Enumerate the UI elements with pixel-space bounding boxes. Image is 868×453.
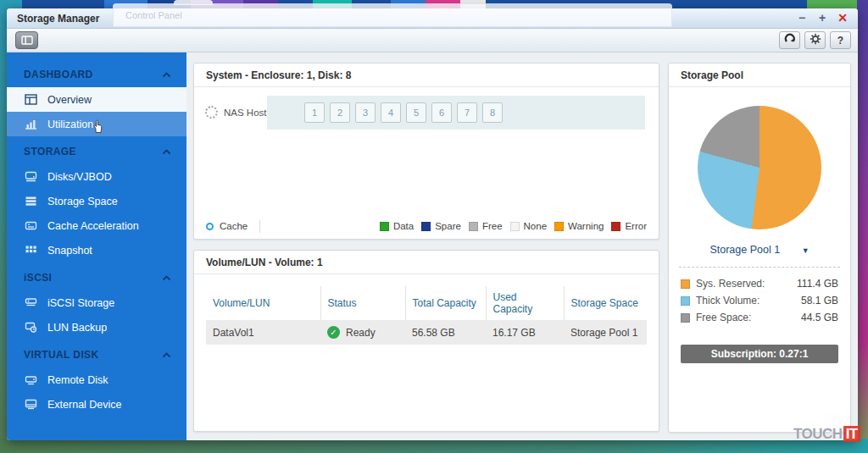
chevron-down-icon: ▼ xyxy=(802,246,810,255)
window-titlebar[interactable]: Storage Manager − + ✕ xyxy=(7,8,858,29)
disk-slot-1[interactable]: 1 xyxy=(304,102,325,123)
swoosh-icon xyxy=(784,33,796,47)
touchit-watermark: TOUCHIT xyxy=(793,426,860,443)
snapshot-icon xyxy=(25,245,38,257)
volume-panel-title: Volume/LUN - Volume: 1 xyxy=(194,251,659,274)
background-window-tab xyxy=(174,0,213,5)
disk-slot-2[interactable]: 2 xyxy=(330,102,350,123)
remote-disk-icon xyxy=(25,374,38,386)
sidebar-section-dashboard[interactable]: DASHBOARD xyxy=(7,62,186,87)
chart-icon xyxy=(25,119,38,130)
system-panel-title: System - Enclosure: 1, Disk: 8 xyxy=(194,64,659,87)
spinner-icon xyxy=(205,106,218,119)
sidebar-item-label: External Device xyxy=(47,399,122,411)
legend-item-warning: Warning xyxy=(554,221,604,231)
legend-divider xyxy=(259,220,260,233)
system-panel: System - Enclosure: 1, Disk: 8 NAS Host … xyxy=(193,63,659,240)
desktop-background: Storage Manager − + ✕ ? xyxy=(0,0,868,453)
sidebar-item-label: Disks/VJBOD xyxy=(47,171,112,183)
disk-slot-3[interactable]: 3 xyxy=(355,102,376,123)
storage-pool-selector[interactable]: Storage Pool 1 ▼ xyxy=(669,244,850,256)
shortcut-button[interactable] xyxy=(779,31,800,49)
legend-swatch xyxy=(681,279,690,289)
sidebar-item-disks-vjbod[interactable]: Disks/VJBOD xyxy=(7,164,186,189)
sidebar-item-label: Utilization xyxy=(47,119,93,130)
legend-label: Error xyxy=(625,221,647,231)
pool-legend-label: Sys. Reserved: xyxy=(696,278,765,290)
external-device-icon xyxy=(25,399,38,411)
help-button[interactable]: ? xyxy=(830,31,851,49)
cell-total-capacity: 56.58 GB xyxy=(405,320,486,345)
cell-storage-space: Storage Pool 1 xyxy=(564,320,647,345)
column-header-status[interactable]: Status xyxy=(320,286,405,320)
storage-pool-pie-chart xyxy=(698,106,821,229)
settings-button[interactable] xyxy=(804,31,826,49)
pool-legend-value: 111.4 GB xyxy=(797,278,838,290)
chevron-up-icon xyxy=(162,146,171,157)
storage-pool-title: Storage Pool xyxy=(669,64,850,87)
iscsi-icon xyxy=(25,297,38,309)
chevron-up-icon xyxy=(162,69,171,80)
sidebar-section-label: VIRTUAL DISK xyxy=(24,349,99,361)
column-header-total-capacity[interactable]: Total Capacity xyxy=(405,286,486,320)
close-button[interactable]: ✕ xyxy=(834,11,851,26)
grid-icon xyxy=(25,94,38,106)
sidebar-item-snapshot[interactable]: Snapshot xyxy=(7,238,186,262)
nas-host-row: NAS Host 12345678 xyxy=(194,96,659,130)
sidebar-item-label: Remote Disk xyxy=(47,374,108,386)
system-legend-bar: Cache DataSpareFreeNoneWarningError xyxy=(194,213,659,239)
sidebar-item-external-device[interactable]: External Device xyxy=(7,392,186,417)
storage-pool-selector-label: Storage Pool 1 xyxy=(709,244,780,256)
legend-label: Data xyxy=(393,221,414,231)
pool-legend-value: 58.1 GB xyxy=(801,295,838,307)
disk-slot-8[interactable]: 8 xyxy=(482,102,503,123)
main-content: System - Enclosure: 1, Disk: 8 NAS Host … xyxy=(186,52,858,440)
column-header-volume-lun[interactable]: Volume/LUN xyxy=(206,286,320,320)
sidebar-item-utilization[interactable]: Utilization xyxy=(7,112,186,136)
pool-legend-value: 44.5 GB xyxy=(801,312,838,323)
sidebar-section-virtual-disk[interactable]: VIRTUAL DISK xyxy=(7,342,186,367)
sidebar-item-label: Overview xyxy=(47,94,92,106)
sidebar-item-storage-space[interactable]: Storage Space xyxy=(7,189,186,213)
column-header-storage-space[interactable]: Storage Space xyxy=(564,286,647,320)
sidebar-item-cache-acceleration[interactable]: Cache Acceleration xyxy=(7,213,186,238)
legend-label: Spare xyxy=(435,221,461,231)
disk-slot-6[interactable]: 6 xyxy=(431,102,452,123)
pool-legend-label: Free Space: xyxy=(696,312,751,323)
legend-label: Free xyxy=(482,221,503,231)
status-label: Ready xyxy=(346,327,376,339)
storage-manager-window: Storage Manager − + ✕ ? xyxy=(7,8,858,440)
pool-legend-row: Free Space:44.5 GB xyxy=(681,309,838,326)
sidebar-item-remote-disk[interactable]: Remote Disk xyxy=(7,367,186,392)
volume-table-header: Volume/LUNStatusTotal CapacityUsed Capac… xyxy=(206,286,647,320)
desktop-wallpaper-bottom xyxy=(0,439,868,453)
cache-label: Cache xyxy=(220,221,248,231)
maximize-button[interactable]: + xyxy=(814,11,831,26)
disk-slot-4[interactable]: 4 xyxy=(381,102,401,123)
legend-swatch xyxy=(611,222,620,231)
legend-item-none: None xyxy=(510,221,548,231)
window-title: Storage Manager xyxy=(17,13,99,25)
sidebar-section-iscsi[interactable]: iSCSI xyxy=(7,265,186,290)
sidebar-item-overview[interactable]: Overview xyxy=(7,87,186,112)
minimize-button[interactable]: − xyxy=(793,11,810,26)
disk-slot-5[interactable]: 5 xyxy=(406,102,426,123)
disk-slot-7[interactable]: 7 xyxy=(457,102,477,123)
sidebar-section-label: iSCSI xyxy=(24,272,52,284)
sidebar-item-iscsi-storage[interactable]: iSCSI Storage xyxy=(7,290,186,315)
subscription-badge: Subscription: 0.27:1 xyxy=(681,345,838,363)
legend-swatch xyxy=(681,296,690,306)
toolbar-right-buttons: ? xyxy=(779,31,851,49)
legend-swatch xyxy=(380,222,389,231)
table-row[interactable]: DataVol1✓Ready56.58 GB16.17 GBStorage Po… xyxy=(206,320,647,345)
nas-host-cell: NAS Host xyxy=(194,96,267,119)
status-legend: DataSpareFreeNoneWarningError xyxy=(380,221,647,231)
sidebar-toggle-button[interactable] xyxy=(15,31,38,49)
storage-pool-panel: Storage Pool Storage Pool 1 ▼ Sys. Reser… xyxy=(668,63,851,433)
volume-table-body: DataVol1✓Ready56.58 GB16.17 GBStorage Po… xyxy=(206,320,647,345)
sidebar-item-lun-backup[interactable]: LUN Backup xyxy=(7,315,186,340)
status-badge: ✓Ready xyxy=(327,326,398,339)
nas-host-label: NAS Host xyxy=(224,108,267,118)
column-header-used-capacity[interactable]: Used Capacity xyxy=(486,286,564,320)
sidebar-section-storage[interactable]: STORAGE xyxy=(7,139,186,164)
